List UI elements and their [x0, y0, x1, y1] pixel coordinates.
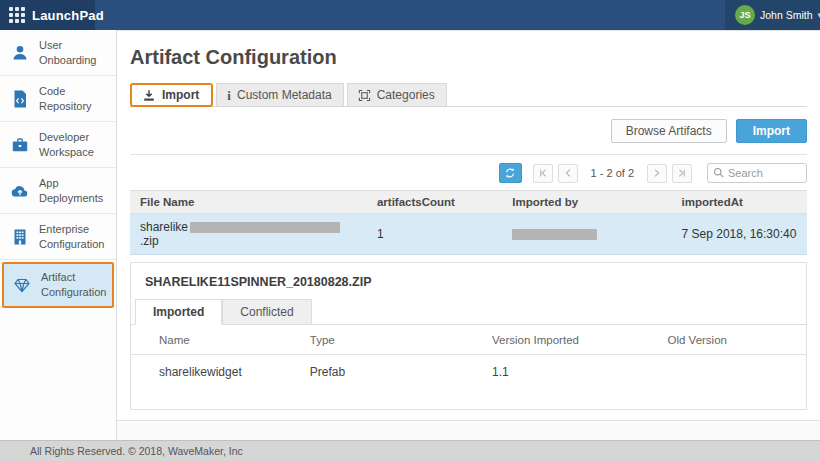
cloud-upload-icon [10, 181, 30, 201]
code-file-icon [10, 89, 30, 109]
sidebar-item-enterprise-configuration[interactable]: Enterprise Configuration [0, 214, 116, 260]
search-box [707, 163, 807, 183]
diamond-icon [12, 275, 32, 295]
imported-by-cell [502, 214, 671, 255]
tab-label: Import [162, 88, 199, 102]
name-cell: sharelikewidget [131, 355, 300, 386]
column-header: Old Version [658, 325, 807, 355]
artifact-detail-panel: SHARELIKE11SPINNER_20180828.ZIP Imported… [130, 262, 807, 410]
column-header: importedAt [672, 191, 807, 214]
sidebar-item-code-repository[interactable]: Code Repository [0, 76, 116, 122]
first-page-button[interactable] [533, 164, 553, 183]
search-icon [713, 164, 724, 182]
briefcase-icon [10, 135, 30, 155]
tab-categories[interactable]: Categories [347, 83, 447, 106]
artifacts-table: File Name artifactsCount Imported by imp… [130, 190, 807, 255]
imported-at-cell: 7 Sep 2018, 16:30:40 [672, 214, 807, 255]
last-page-button[interactable] [672, 164, 692, 183]
copyright-text: All Rights Reserved. © 2018, WaveMaker, … [30, 445, 243, 457]
user-name: John Smith [760, 9, 813, 21]
sidebar-item-app-deployments[interactable]: App Deployments [0, 168, 116, 214]
sidebar-item-label: App Deployments [39, 176, 110, 206]
search-input[interactable] [728, 167, 798, 179]
next-page-button[interactable] [647, 164, 667, 183]
app-header: LaunchPad JS John Smith ▾ [0, 0, 820, 30]
info-icon: i [227, 89, 231, 102]
pagination-bar: 1 - 2 of 2 [130, 155, 807, 190]
tab-label: Categories [377, 88, 435, 102]
sidebar-item-label: Code Repository [39, 84, 110, 114]
app-name: LaunchPad [32, 8, 104, 23]
tab-custom-metadata[interactable]: i Custom Metadata [216, 83, 343, 106]
app-logo: LaunchPad [0, 0, 95, 30]
detail-tab-bar: Imported Conflicted [131, 299, 806, 325]
type-cell: Prefab [300, 355, 482, 386]
main-content: Artifact Configuration Import i Custom M… [117, 30, 820, 440]
sidebar-item-label: User Onboarding [39, 38, 110, 68]
apps-grid-icon [9, 7, 25, 23]
browse-artifacts-button[interactable]: Browse Artifacts [611, 119, 727, 143]
previous-page-button[interactable] [558, 164, 578, 183]
sidebar-item-label: Artifact Configuration [41, 270, 106, 300]
tab-import[interactable]: Import [130, 83, 213, 107]
user-menu[interactable]: JS John Smith ▾ [725, 0, 820, 30]
avatar: JS [735, 5, 755, 25]
sidebar-item-label: Enterprise Configuration [39, 222, 110, 252]
version-imported-cell: 1.1 [482, 355, 658, 386]
sidebar-item-developer-workspace[interactable]: Developer Workspace [0, 122, 116, 168]
sidebar: User Onboarding Code Repository Develope… [0, 30, 117, 440]
page-title: Artifact Configuration [130, 31, 807, 69]
column-header: Name [131, 325, 300, 355]
building-icon [10, 227, 30, 247]
footer: All Rights Reserved. © 2018, WaveMaker, … [0, 440, 820, 461]
imported-artifacts-table: Name Type Version Imported Old Version s… [131, 325, 806, 385]
detail-heading: SHARELIKE11SPINNER_20180828.ZIP [141, 275, 806, 299]
table-header-row: File Name artifactsCount Imported by imp… [130, 191, 807, 214]
download-icon [142, 89, 156, 102]
column-header: Imported by [502, 191, 671, 214]
toolbar: Browse Artifacts Import [130, 107, 807, 154]
user-icon [10, 43, 30, 63]
sidebar-item-user-onboarding[interactable]: User Onboarding [0, 30, 116, 76]
refresh-button[interactable] [499, 163, 522, 183]
artifacts-count-cell: 1 [367, 214, 502, 255]
tab-label: Custom Metadata [237, 88, 332, 102]
column-header: File Name [130, 191, 367, 214]
content-panel: Artifact Configuration Import i Custom M… [117, 30, 820, 421]
table-row[interactable]: sharelike.zip 1 7 Sep 2018, 16:30:40 [130, 214, 807, 255]
artboard-icon [358, 89, 371, 102]
page-range-label: 1 - 2 of 2 [591, 167, 634, 179]
old-version-cell [658, 355, 807, 386]
table-row: sharelikewidget Prefab 1.1 [131, 355, 806, 386]
tab-bar: Import i Custom Metadata Categories [130, 83, 807, 107]
file-name-cell: sharelike.zip [130, 214, 367, 255]
redacted-text [512, 229, 597, 240]
column-header: Version Imported [482, 325, 658, 355]
tab-imported[interactable]: Imported [135, 299, 222, 325]
table-header-row: Name Type Version Imported Old Version [131, 325, 806, 355]
column-header: Type [300, 325, 482, 355]
import-button[interactable]: Import [736, 119, 807, 143]
sidebar-item-label: Developer Workspace [39, 130, 110, 160]
sidebar-item-artifact-configuration[interactable]: Artifact Configuration [2, 262, 114, 308]
tab-conflicted[interactable]: Conflicted [222, 299, 311, 324]
redacted-text [190, 222, 340, 233]
column-header: artifactsCount [367, 191, 502, 214]
